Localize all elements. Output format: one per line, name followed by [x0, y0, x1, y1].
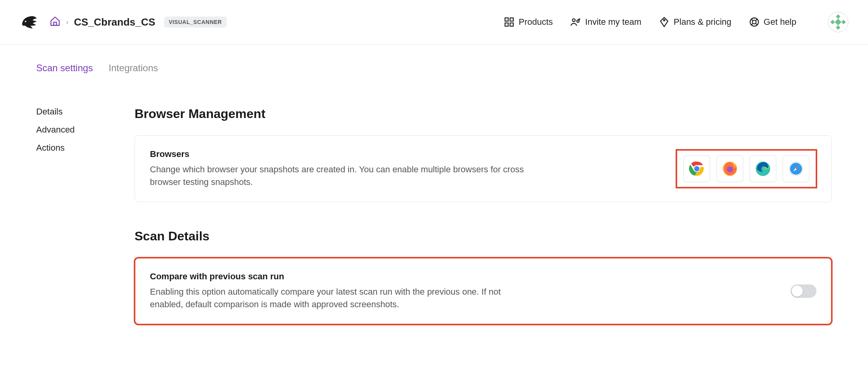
- tab-scan-settings[interactable]: Scan settings: [36, 63, 93, 74]
- nav-invite-team[interactable]: Invite my team: [570, 17, 641, 28]
- browsers-card-title: Browsers: [150, 149, 676, 159]
- sidebar-item-actions[interactable]: Actions: [36, 143, 87, 153]
- browser-selector-group: [676, 150, 816, 188]
- chevron-right-icon: ›: [66, 18, 68, 26]
- svg-point-17: [694, 166, 699, 171]
- svg-rect-4: [510, 23, 513, 26]
- svg-rect-10: [836, 14, 840, 18]
- product-logo: [20, 13, 39, 31]
- page-tabs: Scan settings Integrations: [0, 44, 868, 74]
- safari-icon: [788, 161, 804, 177]
- header: › CS_Cbrands_CS VISUAL_SCANNER Products …: [0, 0, 868, 44]
- svg-point-6: [577, 20, 579, 22]
- svg-rect-11: [836, 25, 840, 30]
- compare-toggle[interactable]: [790, 284, 816, 298]
- svg-point-0: [25, 21, 26, 22]
- main-panel: Browser Management Browsers Change which…: [135, 107, 832, 325]
- browser-firefox-button[interactable]: [717, 155, 743, 182]
- svg-point-19: [727, 166, 733, 172]
- svg-rect-1: [505, 18, 508, 21]
- content-area: Details Advanced Actions Browser Managem…: [0, 74, 868, 340]
- compare-card-description: Enabling this option automatically compa…: [150, 286, 532, 311]
- svg-rect-14: [835, 19, 842, 26]
- svg-rect-13: [841, 20, 846, 24]
- svg-point-7: [663, 20, 665, 21]
- edge-icon: [755, 161, 771, 177]
- lifebuoy-icon: [749, 17, 760, 28]
- nav-products[interactable]: Products: [504, 17, 553, 28]
- project-type-badge: VISUAL_SCANNER: [164, 17, 227, 28]
- svg-rect-3: [505, 23, 508, 26]
- grid-icon: [504, 17, 515, 28]
- chrome-icon: [689, 161, 705, 177]
- firefox-icon: [722, 161, 738, 177]
- browsers-card-description: Change which browser your snapshots are …: [150, 163, 532, 188]
- sidebar-item-details[interactable]: Details: [36, 107, 87, 117]
- nav-help-label: Get help: [764, 17, 796, 27]
- tab-integrations[interactable]: Integrations: [109, 63, 158, 74]
- svg-point-5: [573, 19, 575, 22]
- compare-previous-card: Compare with previous scan run Enabling …: [135, 258, 832, 325]
- settings-sidebar: Details Advanced Actions: [36, 107, 87, 325]
- nav-invite-label: Invite my team: [585, 17, 641, 27]
- sidebar-item-advanced[interactable]: Advanced: [36, 125, 87, 135]
- browser-edge-button[interactable]: [750, 155, 776, 182]
- section-title-browser-management: Browser Management: [135, 107, 832, 121]
- nav-products-label: Products: [519, 17, 553, 27]
- breadcrumb: › CS_Cbrands_CS VISUAL_SCANNER: [50, 16, 227, 28]
- top-nav: Products Invite my team Plans & pricing …: [504, 12, 848, 32]
- section-title-scan-details: Scan Details: [135, 229, 832, 244]
- svg-rect-2: [510, 18, 513, 21]
- compare-card-title: Compare with previous scan run: [150, 271, 790, 282]
- team-plus-icon: [570, 17, 581, 28]
- nav-pricing[interactable]: Plans & pricing: [659, 17, 731, 28]
- svg-point-9: [752, 20, 756, 24]
- user-avatar[interactable]: [828, 12, 848, 32]
- browser-chrome-button[interactable]: [683, 155, 710, 182]
- browser-safari-button[interactable]: [783, 155, 809, 182]
- svg-rect-12: [830, 20, 835, 24]
- project-title[interactable]: CS_Cbrands_CS: [74, 16, 155, 28]
- nav-help[interactable]: Get help: [749, 17, 796, 28]
- toggle-knob: [792, 286, 803, 297]
- home-icon[interactable]: [50, 16, 61, 28]
- browsers-card: Browsers Change which browser your snaps…: [135, 135, 832, 202]
- tag-icon: [659, 17, 670, 28]
- nav-pricing-label: Plans & pricing: [674, 17, 731, 27]
